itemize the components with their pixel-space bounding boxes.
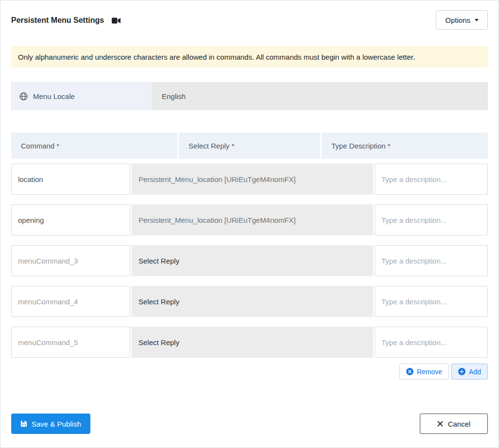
table-row: Persistent_Menu_location [URiEuTgeM4nomF… bbox=[11, 204, 488, 235]
x-circle-icon bbox=[406, 368, 413, 375]
x-icon bbox=[437, 421, 443, 427]
footer: Save & Publish Cancel bbox=[11, 414, 488, 434]
table-row: Select Reply bbox=[11, 245, 488, 276]
description-input[interactable] bbox=[375, 204, 488, 235]
reply-select[interactable]: Persistent_Menu_location [URiEuTgeM4nomF… bbox=[132, 204, 373, 235]
options-button-label: Options bbox=[445, 16, 470, 24]
command-input[interactable] bbox=[11, 245, 130, 276]
table-row: Persistent_Menu_location [URiEuTgeM4nomF… bbox=[11, 164, 488, 195]
description-input[interactable] bbox=[375, 327, 488, 358]
description-input[interactable] bbox=[375, 245, 488, 276]
menu-locale-row: Menu Locale English bbox=[11, 82, 488, 110]
menu-locale-label: Menu Locale bbox=[11, 82, 152, 110]
caret-down-icon bbox=[475, 19, 479, 21]
options-button[interactable]: Options bbox=[436, 10, 488, 30]
description-input[interactable] bbox=[375, 286, 488, 317]
persistent-menu-settings-panel: Persistent Menu Settings Options Only al… bbox=[0, 0, 499, 448]
alert-message: Only alphanumeric and underscore charact… bbox=[18, 53, 415, 61]
table-header: Command * Select Reply * Type Descriptio… bbox=[11, 133, 488, 159]
command-input[interactable] bbox=[11, 204, 130, 235]
globe-icon bbox=[19, 92, 28, 100]
row-actions: Remove Add bbox=[11, 364, 488, 380]
remove-row-button[interactable]: Remove bbox=[399, 364, 449, 380]
command-input[interactable] bbox=[11, 164, 130, 195]
header: Persistent Menu Settings Options bbox=[11, 10, 488, 30]
table-row: Select Reply bbox=[11, 327, 488, 358]
alert-banner: Only alphanumeric and underscore charact… bbox=[11, 46, 488, 67]
description-input[interactable] bbox=[375, 164, 488, 195]
reply-select[interactable]: Select Reply bbox=[132, 286, 373, 317]
remove-button-label: Remove bbox=[417, 368, 442, 376]
column-header-command: Command * bbox=[11, 133, 177, 159]
command-input[interactable] bbox=[11, 286, 130, 317]
column-header-select-reply: Select Reply * bbox=[179, 133, 320, 159]
cancel-button-label: Cancel bbox=[448, 420, 471, 428]
title-wrap: Persistent Menu Settings bbox=[11, 10, 120, 25]
menu-locale-label-text: Menu Locale bbox=[33, 92, 75, 100]
table-row: Select Reply bbox=[11, 286, 488, 317]
save-publish-label: Save & Publish bbox=[32, 420, 81, 428]
reply-select[interactable]: Select Reply bbox=[132, 245, 373, 276]
page-title: Persistent Menu Settings bbox=[11, 16, 104, 25]
reply-select[interactable]: Select Reply bbox=[132, 327, 373, 358]
command-rows: Persistent_Menu_location [URiEuTgeM4nomF… bbox=[11, 164, 488, 358]
video-camera-icon bbox=[112, 17, 120, 24]
menu-locale-value[interactable]: English bbox=[152, 82, 488, 110]
column-header-type-description: Type Description * bbox=[322, 133, 488, 159]
add-row-button[interactable]: Add bbox=[451, 364, 488, 380]
add-button-label: Add bbox=[469, 368, 481, 376]
reply-select[interactable]: Persistent_Menu_location [URiEuTgeM4nomF… bbox=[132, 164, 373, 195]
cancel-button[interactable]: Cancel bbox=[420, 414, 488, 434]
floppy-disk-icon bbox=[20, 420, 27, 427]
command-input[interactable] bbox=[11, 327, 130, 358]
plus-circle-icon bbox=[458, 368, 465, 375]
save-publish-button[interactable]: Save & Publish bbox=[11, 414, 90, 434]
